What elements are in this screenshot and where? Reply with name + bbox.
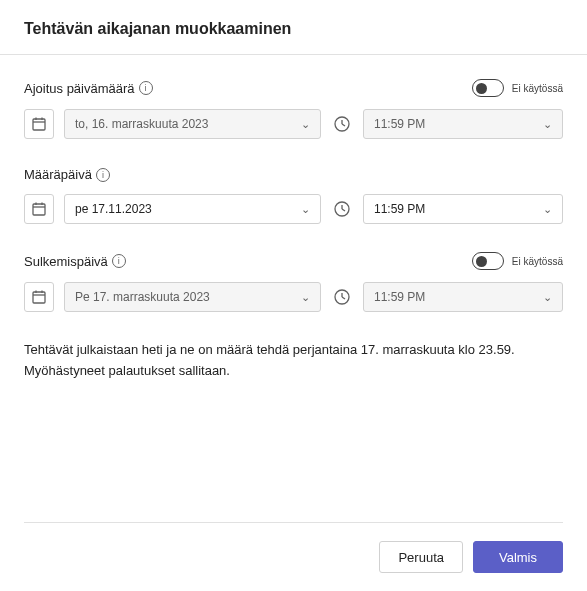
close-date-select[interactable]: Pe 17. marraskuuta 2023 ⌄ [64, 282, 321, 312]
footer: Peruuta Valmis [24, 522, 563, 573]
dialog-title: Tehtävän aikajanan muokkaaminen [24, 20, 563, 38]
close-time-select[interactable]: 11:59 PM ⌄ [363, 282, 563, 312]
due-label: Määräpäivä [24, 167, 92, 182]
svg-line-13 [342, 209, 345, 211]
schedule-date-select[interactable]: to, 16. marraskuuta 2023 ⌄ [64, 109, 321, 139]
close-date-value: Pe 17. marraskuuta 2023 [75, 290, 210, 304]
due-time-select[interactable]: 11:59 PM ⌄ [363, 194, 563, 224]
calendar-icon [24, 282, 54, 312]
svg-line-20 [342, 297, 345, 299]
close-time-value: 11:59 PM [374, 290, 425, 304]
divider [0, 54, 587, 55]
info-icon: i [139, 81, 153, 95]
clock-icon [331, 113, 353, 135]
calendar-icon [24, 109, 54, 139]
chevron-down-icon: ⌄ [543, 291, 552, 304]
calendar-icon [24, 194, 54, 224]
close-section: Sulkemispäivä i Ei käytössä Pe 17. marra… [24, 252, 563, 312]
close-toggle-label: Ei käytössä [512, 256, 563, 267]
schedule-label: Ajoitus päivämäärä [24, 81, 135, 96]
schedule-time-value: 11:59 PM [374, 117, 425, 131]
chevron-down-icon: ⌄ [543, 118, 552, 131]
info-icon: i [96, 168, 110, 182]
done-button[interactable]: Valmis [473, 541, 563, 573]
svg-rect-7 [33, 204, 45, 215]
svg-line-6 [342, 124, 345, 126]
chevron-down-icon: ⌄ [543, 203, 552, 216]
schedule-time-select[interactable]: 11:59 PM ⌄ [363, 109, 563, 139]
summary-text: Tehtävät julkaistaan heti ja ne on määrä… [24, 340, 563, 382]
info-icon: i [112, 254, 126, 268]
chevron-down-icon: ⌄ [301, 291, 310, 304]
due-section: Määräpäivä i pe 17.11.2023 ⌄ 11:59 PM ⌄ [24, 167, 563, 224]
chevron-down-icon: ⌄ [301, 118, 310, 131]
due-time-value: 11:59 PM [374, 202, 425, 216]
schedule-section: Ajoitus päivämäärä i Ei käytössä to, 16.… [24, 79, 563, 139]
clock-icon [331, 198, 353, 220]
svg-rect-14 [33, 292, 45, 303]
schedule-toggle-label: Ei käytössä [512, 83, 563, 94]
due-date-value: pe 17.11.2023 [75, 202, 152, 216]
due-date-select[interactable]: pe 17.11.2023 ⌄ [64, 194, 321, 224]
close-toggle[interactable] [472, 252, 504, 270]
schedule-toggle[interactable] [472, 79, 504, 97]
chevron-down-icon: ⌄ [301, 203, 310, 216]
schedule-date-value: to, 16. marraskuuta 2023 [75, 117, 208, 131]
close-label: Sulkemispäivä [24, 254, 108, 269]
clock-icon [331, 286, 353, 308]
cancel-button[interactable]: Peruuta [379, 541, 463, 573]
svg-rect-0 [33, 119, 45, 130]
